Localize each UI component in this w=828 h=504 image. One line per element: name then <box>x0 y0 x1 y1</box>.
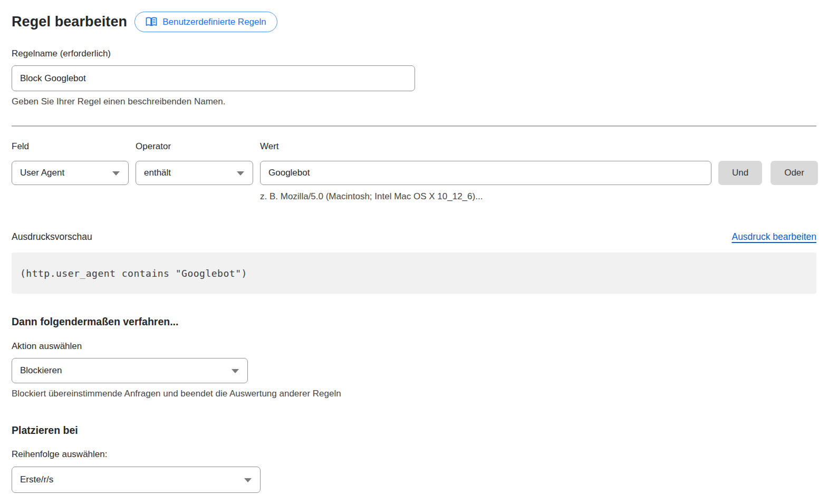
order-select[interactable]: Erste/r/s <box>12 467 261 493</box>
page-header: Regel bearbeiten Benutzerdefinierte Rege… <box>12 12 816 32</box>
expression-code: (http.user_agent contains "Googlebot") <box>20 268 247 279</box>
field-select-value: User Agent <box>20 168 64 178</box>
chevron-down-icon <box>237 171 244 176</box>
edit-expression-link[interactable]: Ausdruck bearbeiten <box>731 231 816 243</box>
operator-label: Operator <box>136 141 253 152</box>
condition-row: Feld User Agent Operator enthält Wert z.… <box>12 141 816 202</box>
action-select-value: Blockieren <box>20 365 62 376</box>
expression-code-box: (http.user_agent contains "Googlebot") <box>12 253 816 294</box>
field-label: Feld <box>12 141 129 152</box>
expression-preview-label: Ausdrucksvorschau <box>12 231 92 243</box>
section-divider <box>12 125 816 127</box>
or-button[interactable]: Oder <box>771 161 818 185</box>
value-helper: z. B. Mozilla/5.0 (Macintosh; Intel Mac … <box>260 191 711 202</box>
custom-rules-docs-button-label: Benutzerdefinierte Regeln <box>162 17 266 27</box>
order-select-value: Erste/r/s <box>20 474 53 485</box>
edit-rule-page: Regel bearbeiten Benutzerdefinierte Rege… <box>0 0 828 504</box>
chevron-down-icon <box>112 171 120 176</box>
custom-rules-docs-button[interactable]: Benutzerdefinierte Regeln <box>134 12 277 32</box>
operator-select-value: enthält <box>144 168 171 178</box>
action-heading: Dann folgendermaßen verfahren... <box>12 316 816 328</box>
condition-operator-column: Operator enthält <box>136 141 253 185</box>
placement-heading: Platzieren bei <box>12 424 816 437</box>
rule-name-section: Regelname (erforderlich) Geben Sie Ihrer… <box>12 49 816 107</box>
placement-label: Reihenfolge auswählen: <box>12 449 816 460</box>
rule-name-label: Regelname (erforderlich) <box>12 49 111 59</box>
condition-field-column: Feld User Agent <box>12 141 129 185</box>
action-section: Dann folgendermaßen verfahren... Aktion … <box>12 316 816 399</box>
action-helper: Blockiert übereinstimmende Anfragen und … <box>12 389 816 399</box>
rule-name-input[interactable] <box>12 65 415 91</box>
condition-value-column: Wert z. B. Mozilla/5.0 (Macintosh; Intel… <box>260 141 711 202</box>
value-label: Wert <box>260 141 711 152</box>
operator-select[interactable]: enthält <box>136 161 253 185</box>
rule-name-helper: Geben Sie Ihrer Regel einen beschreibend… <box>12 96 816 107</box>
field-select[interactable]: User Agent <box>12 161 129 185</box>
action-select[interactable]: Blockieren <box>12 358 248 383</box>
open-book-icon <box>146 17 157 27</box>
and-button[interactable]: Und <box>718 161 762 185</box>
expression-preview-header: Ausdrucksvorschau Ausdruck bearbeiten <box>12 231 816 243</box>
placement-section: Platzieren bei Reihenfolge auswählen: Er… <box>12 424 816 493</box>
chevron-down-icon <box>244 478 252 482</box>
action-label: Aktion auswählen <box>12 341 816 352</box>
page-title: Regel bearbeiten <box>12 14 127 30</box>
chevron-down-icon <box>232 369 239 373</box>
value-input[interactable] <box>260 161 711 185</box>
